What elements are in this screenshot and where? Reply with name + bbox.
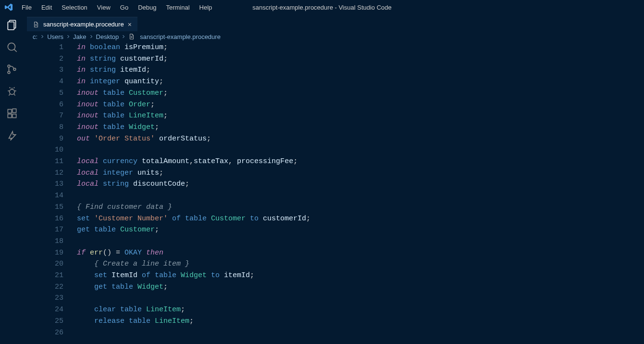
line-number: 1 (24, 42, 77, 53)
chevron-right-icon (88, 34, 94, 39)
code-line[interactable]: 10 (24, 144, 644, 156)
code-editor[interactable]: 1in boolean isPremium;2in string custome… (24, 42, 644, 344)
line-number: 2 (24, 53, 77, 65)
code-content[interactable]: set 'Customer Number' of table Customer … (77, 213, 644, 225)
code-line[interactable]: 17get table Customer; (24, 224, 644, 236)
code-line[interactable]: 26 (24, 327, 644, 339)
code-content[interactable]: inout table Customer; (77, 88, 644, 99)
tab-filename: sanscript-example.procedure (43, 21, 124, 28)
code-line[interactable]: 6inout table Order; (24, 99, 644, 111)
code-line[interactable]: 16set 'Customer Number' of table Custome… (24, 213, 644, 225)
code-content[interactable]: in boolean isPremium; (77, 42, 644, 53)
chevron-right-icon (121, 34, 126, 39)
menu-edit[interactable]: Edit (37, 0, 57, 14)
code-line[interactable]: 21 set ItemId of table Widget to itemId; (24, 270, 644, 281)
code-content[interactable]: in integer quantity; (77, 76, 644, 88)
breadcrumb-filename[interactable]: sanscript-example.procedure (140, 33, 221, 40)
code-content[interactable]: { Find customer data } (77, 202, 644, 213)
code-content[interactable]: get table Widget; (77, 281, 644, 293)
line-number: 7 (24, 110, 77, 122)
menu-view[interactable]: View (92, 0, 115, 14)
tab-close-icon[interactable]: × (128, 21, 132, 28)
code-content[interactable] (77, 327, 644, 339)
code-content[interactable]: local currency totalAmount,stateTax, pro… (77, 156, 644, 167)
breadcrumb-part[interactable]: Desktop (96, 33, 119, 40)
code-line[interactable]: 5inout table Customer; (24, 88, 644, 99)
line-number: 17 (24, 224, 77, 236)
menu-selection[interactable]: Selection (57, 0, 92, 14)
code-content[interactable]: clear table LineItem; (77, 304, 644, 316)
code-content[interactable] (77, 144, 644, 156)
code-line[interactable]: 7inout table LineItem; (24, 110, 644, 122)
azure-icon[interactable] (5, 129, 19, 142)
code-content[interactable]: in string itemId; (77, 64, 644, 76)
code-content[interactable] (77, 190, 644, 202)
svg-rect-8 (8, 109, 12, 113)
line-number: 3 (24, 64, 77, 76)
code-content[interactable] (77, 236, 644, 247)
line-number: 18 (24, 236, 77, 247)
line-number: 15 (24, 202, 77, 213)
line-number: 26 (24, 327, 77, 339)
file-icon (128, 33, 135, 40)
code-content[interactable]: inout table Widget; (77, 122, 644, 133)
code-content[interactable]: out 'Order Status' orderStatus; (77, 133, 644, 145)
activity-bar (0, 14, 24, 344)
code-line[interactable]: 19if err() = OKAY then (24, 247, 644, 259)
code-line[interactable]: 23 (24, 293, 644, 304)
code-line[interactable]: 18 (24, 236, 644, 247)
chevron-right-icon (39, 34, 45, 39)
breadcrumb-part[interactable]: Users (47, 33, 63, 40)
code-line[interactable]: 8inout table Widget; (24, 122, 644, 133)
code-line[interactable]: 15{ Find customer data } (24, 202, 644, 213)
search-icon[interactable] (5, 40, 19, 54)
breadcrumb[interactable]: c: Users Jake Desktop sanscript-example.… (24, 31, 644, 42)
code-line[interactable]: 11local currency totalAmount,stateTax, p… (24, 156, 644, 167)
code-content[interactable] (77, 293, 644, 304)
code-content[interactable]: local integer units; (77, 167, 644, 179)
line-number: 9 (24, 133, 77, 145)
code-line[interactable]: 22 get table Widget; (24, 281, 644, 293)
code-content[interactable]: inout table Order; (77, 99, 644, 111)
breadcrumb-part[interactable]: Jake (73, 33, 86, 40)
code-line[interactable]: 14 (24, 190, 644, 202)
workbench-body: sanscript-example.procedure × c: Users J… (0, 14, 644, 344)
menu-go[interactable]: Go (115, 0, 133, 14)
source-control-icon[interactable] (5, 63, 19, 76)
menu-terminal[interactable]: Terminal (161, 0, 194, 14)
code-content[interactable]: local string discountCode; (77, 178, 644, 190)
code-line[interactable]: 13local string discountCode; (24, 178, 644, 190)
svg-rect-9 (8, 114, 12, 118)
code-content[interactable]: get table Customer; (77, 224, 644, 236)
line-number: 8 (24, 122, 77, 133)
extensions-icon[interactable] (5, 107, 19, 120)
explorer-icon[interactable] (5, 18, 19, 32)
code-content[interactable]: inout table LineItem; (77, 110, 644, 122)
code-content[interactable]: release table LineItem; (77, 316, 644, 327)
menu-file[interactable]: File (17, 0, 37, 14)
code-line[interactable]: 2in string customerId; (24, 53, 644, 65)
editor-group: sanscript-example.procedure × c: Users J… (24, 14, 644, 344)
code-content[interactable]: set ItemId of table Widget to itemId; (77, 270, 644, 281)
vscode-logo-icon (0, 3, 17, 12)
menu-debug[interactable]: Debug (133, 0, 161, 14)
svg-point-2 (8, 43, 15, 50)
menu-help[interactable]: Help (195, 0, 217, 14)
code-line[interactable]: 20 { Create a line item } (24, 258, 644, 270)
breadcrumb-part[interactable]: c: (33, 33, 37, 40)
code-line[interactable]: 1in boolean isPremium; (24, 42, 644, 53)
code-line[interactable]: 25 release table LineItem; (24, 316, 644, 327)
code-content[interactable]: if err() = OKAY then (77, 247, 644, 259)
code-line[interactable]: 9out 'Order Status' orderStatus; (24, 133, 644, 145)
code-line[interactable]: 3in string itemId; (24, 64, 644, 76)
debug-icon[interactable] (5, 85, 19, 98)
code-content[interactable]: in string customerId; (77, 53, 644, 65)
line-number: 13 (24, 178, 77, 190)
code-line[interactable]: 12local integer units; (24, 167, 644, 179)
line-number: 25 (24, 316, 77, 327)
code-line[interactable]: 24 clear table LineItem; (24, 304, 644, 316)
svg-point-4 (8, 65, 10, 67)
code-line[interactable]: 4in integer quantity; (24, 76, 644, 88)
editor-tab-active[interactable]: sanscript-example.procedure × (27, 17, 137, 31)
code-content[interactable]: { Create a line item } (77, 258, 644, 270)
